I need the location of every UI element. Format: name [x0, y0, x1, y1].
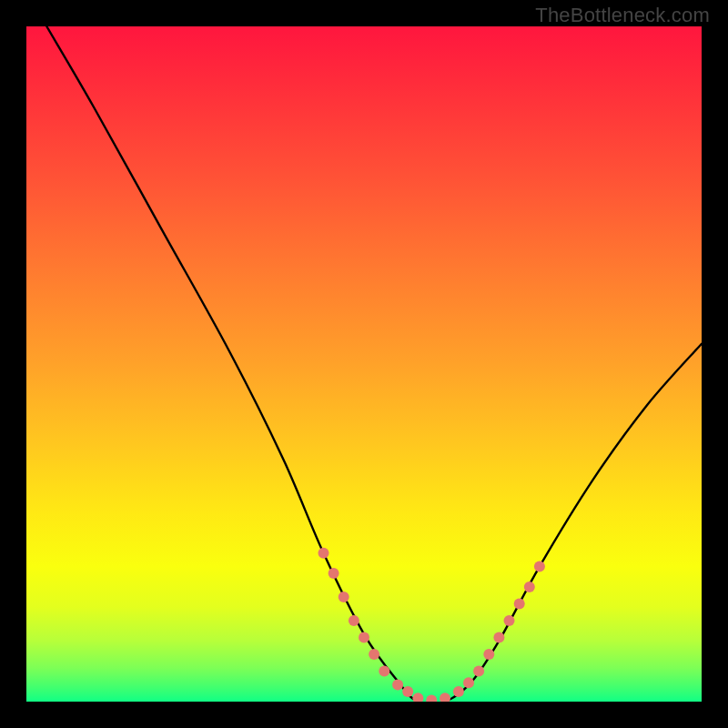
marker-dot: [349, 615, 359, 626]
marker-dot: [483, 649, 494, 660]
marker-dot: [329, 568, 339, 579]
marker-dot: [359, 632, 369, 643]
marker-dot: [453, 686, 464, 697]
marker-dot: [504, 615, 515, 626]
marker-dot: [402, 686, 413, 697]
marker-dot: [426, 695, 437, 703]
marker-dot: [318, 548, 329, 559]
curve-svg: [26, 26, 702, 702]
watermark-text: TheBottleneck.com: [535, 4, 710, 27]
marker-cluster-group: [318, 548, 545, 702]
marker-dot: [473, 666, 484, 677]
chart-frame: TheBottleneck.com: [0, 0, 728, 728]
marker-dot: [412, 693, 423, 702]
marker-dot: [339, 592, 349, 602]
marker-dot: [440, 693, 450, 702]
marker-dot: [392, 680, 403, 691]
marker-dot: [493, 632, 504, 643]
marker-dot: [524, 581, 535, 592]
marker-dot: [379, 666, 389, 677]
marker-dot: [463, 677, 474, 688]
plot-area: [26, 26, 702, 702]
marker-dot: [369, 649, 379, 660]
marker-dot: [514, 598, 525, 609]
marker-dot: [534, 561, 545, 572]
bottleneck-curve-path: [46, 26, 702, 702]
